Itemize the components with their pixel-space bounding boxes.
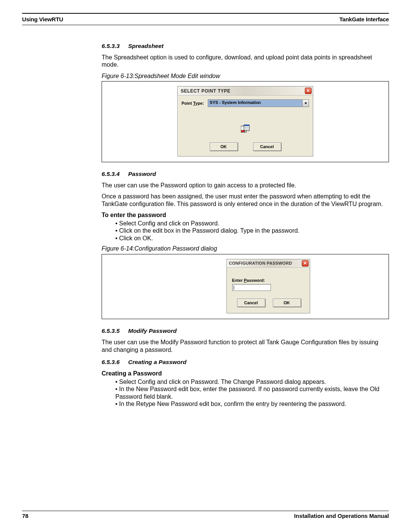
section-heading-spreadsheet: 6.5.3.3 Spreadsheet (102, 43, 389, 50)
paragraph: The user can use the Password option to … (102, 182, 389, 189)
section-number: 6.5.3.6 (102, 359, 119, 365)
chevron-down-icon[interactable] (302, 100, 309, 107)
running-footer: 78 Installation and Operations Manual (22, 511, 389, 519)
combobox-value: SYS - System Information (208, 100, 302, 107)
bullet-list: Select Config and click on Password. The… (102, 378, 389, 408)
close-icon[interactable]: ✕ (302, 260, 309, 267)
footer-rule (22, 511, 389, 511)
svg-rect-2 (244, 125, 249, 126)
list-item: Select Config and click on Password. (115, 220, 389, 227)
section-heading-creating-password: 6.5.3.6 Creating a Password (102, 359, 389, 366)
section-title: Creating a Password (128, 359, 186, 365)
procedure-heading: Creating a Password (102, 370, 389, 377)
list-item: In the New Password edit box, enter the … (115, 385, 389, 400)
ok-button[interactable]: OK (210, 142, 238, 151)
procedure-heading: To enter the password (102, 211, 389, 219)
section-title: Spreadsheet (128, 43, 164, 49)
point-type-combobox[interactable]: SYS - System Information (208, 99, 309, 107)
bullet-list: Select Config and click on Password. Cli… (102, 220, 389, 242)
page-number: 78 (22, 513, 29, 519)
top-rule-thin (22, 25, 389, 25)
enter-password-label: Enter Password: (232, 278, 266, 283)
section-title: Password (128, 171, 156, 177)
select-point-type-dialog: SELECT POINT TYPE ✕ Point Type: SYS - Sy… (177, 86, 313, 157)
ok-button[interactable]: OK (273, 299, 301, 307)
dialog-titlebar: SELECT POINT TYPE ✕ (178, 86, 313, 96)
figure-caption: Figure 6-13:Spreadsheet Mode Edit window (102, 72, 389, 82)
section-heading-modify-password: 6.5.3.5 Modify Password (102, 328, 389, 335)
list-item: Click on the edit box in the Password di… (115, 227, 389, 235)
password-input[interactable] (232, 284, 271, 291)
configuration-password-dialog: CONFIGURATION PASSWORD ✕ Enter Password:… (226, 259, 310, 313)
header-left: Using ViewRTU (22, 16, 63, 22)
section-heading-password: 6.5.3.4 Password (102, 171, 389, 178)
svg-rect-7 (241, 130, 245, 132)
section-title: Modify Password (128, 328, 177, 334)
spreadsheet-icon (182, 125, 309, 136)
section-number: 6.5.3.4 (102, 171, 119, 177)
cancel-button[interactable]: Cancel (237, 299, 265, 307)
section-number: 6.5.3.3 (102, 43, 119, 49)
top-rule-thick (22, 13, 389, 14)
list-item: Select Config and click on Password. The… (115, 378, 389, 386)
figure-caption: Figure 6-14:Configuration Password dialo… (102, 245, 389, 254)
list-item: In the Retype New Password edit box, con… (115, 400, 389, 408)
paragraph: Once a password has been assigned, the u… (102, 193, 389, 208)
section-number: 6.5.3.5 (102, 328, 119, 334)
paragraph: The Spreadsheet option is used to config… (102, 54, 389, 69)
header-right: TankGate Interface (339, 16, 389, 22)
point-type-label: Point Type: (182, 101, 204, 106)
manual-title: Installation and Operations Manual (294, 513, 389, 519)
figure-container: CONFIGURATION PASSWORD ✕ Enter Password:… (102, 254, 389, 319)
figure-container: SELECT POINT TYPE ✕ Point Type: SYS - Sy… (102, 81, 389, 162)
list-item: Click on OK. (115, 235, 389, 242)
running-header: Using ViewRTU TankGate Interface (22, 16, 389, 22)
close-icon[interactable]: ✕ (305, 88, 312, 94)
cancel-button[interactable]: Cancel (253, 142, 281, 151)
dialog-title: CONFIGURATION PASSWORD (229, 261, 292, 266)
dialog-titlebar: CONFIGURATION PASSWORD ✕ (227, 259, 310, 268)
paragraph: The user can use the Modify Password fun… (102, 339, 389, 353)
dialog-title: SELECT POINT TYPE (181, 88, 231, 94)
